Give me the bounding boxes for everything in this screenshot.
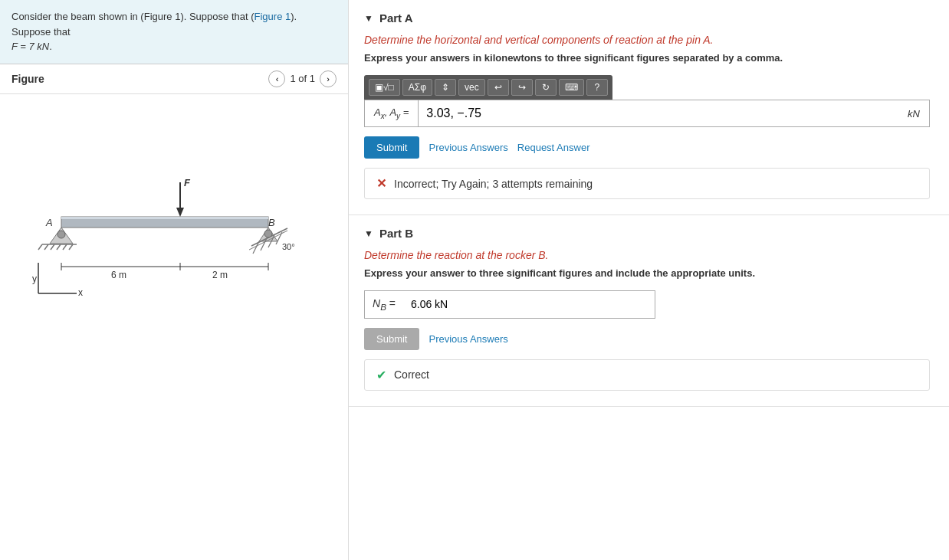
figure-pagination: 1 of 1 <box>290 73 315 84</box>
beam-diagram: y x A B <box>15 110 307 309</box>
toolbar-vec-btn[interactable]: vec <box>458 79 485 96</box>
svg-text:30°: 30° <box>282 242 295 251</box>
part-a-header: ▼ Part A <box>364 11 930 25</box>
toolbar-greek-btn[interactable]: ΑΣφ <box>402 79 432 96</box>
part-a-status-box: ✕ Incorrect; Try Again; 3 attempts remai… <box>364 168 930 199</box>
part-b-status-text: Correct <box>394 368 429 381</box>
part-a-instruction: Express your answers in kilonewtons to t… <box>364 52 930 64</box>
part-b-input-label: NB = <box>365 291 403 318</box>
figure-nav: ‹ 1 of 1 › <box>268 70 337 87</box>
svg-line-14 <box>69 244 73 250</box>
part-a-status-text: Incorrect; Try Again; 3 attempts remaini… <box>394 178 593 190</box>
part-a-label: Part A <box>379 11 413 25</box>
svg-text:F: F <box>184 177 191 188</box>
part-a-previous-answers-link[interactable]: Previous Answers <box>429 142 507 153</box>
svg-line-11 <box>51 244 54 250</box>
part-a-request-answer-link[interactable]: Request Answer <box>517 142 590 153</box>
toolbar-arrows-btn[interactable]: ⇕ <box>435 79 456 96</box>
svg-line-13 <box>63 244 67 250</box>
part-b-description: Determine the reaction at the rocker B. <box>364 249 930 261</box>
problem-statement: Consider the beam shown in (Figure 1). S… <box>0 0 348 64</box>
part-b-header: ▼ Part B <box>364 227 930 240</box>
incorrect-icon: ✕ <box>376 176 386 191</box>
left-panel: Consider the beam shown in (Figure 1). S… <box>0 0 349 560</box>
figure-section: Figure ‹ 1 of 1 › y x A <box>0 64 348 561</box>
toolbar-keyboard-btn[interactable]: ⌨ <box>559 79 584 96</box>
part-a-section: ▼ Part A Determine the horizontal and ve… <box>349 0 949 215</box>
part-a-submit-button[interactable]: Submit <box>364 136 419 159</box>
svg-text:2 m: 2 m <box>212 270 228 280</box>
part-b-previous-answers-link[interactable]: Previous Answers <box>429 333 507 345</box>
svg-text:y: y <box>32 273 37 284</box>
math-toolbar: ▣√□ ΑΣφ ⇕ vec ↩ ↪ ↻ ⌨ ? <box>364 75 612 100</box>
svg-marker-27 <box>176 208 184 217</box>
svg-line-9 <box>38 244 42 250</box>
svg-line-12 <box>57 244 61 250</box>
part-a-unit: kN <box>898 102 929 126</box>
figure-link[interactable]: Figure 1 <box>254 11 291 22</box>
prev-figure-button[interactable]: ‹ <box>268 70 285 87</box>
part-a-input-label: Ax, Ay = <box>365 100 418 126</box>
figure-canvas: y x A B <box>0 94 348 561</box>
right-panel: ▼ Part A Determine the horizontal and ve… <box>349 0 949 560</box>
toolbar-refresh-btn[interactable]: ↻ <box>535 79 557 96</box>
svg-text:x: x <box>78 287 83 298</box>
svg-point-15 <box>57 231 65 238</box>
correct-icon: ✔ <box>376 368 386 382</box>
part-b-status-box: ✔ Correct <box>364 359 930 391</box>
svg-line-10 <box>44 244 48 250</box>
problem-text: Consider the beam shown in (Figure 1). S… <box>11 11 248 22</box>
svg-text:A: A <box>45 217 53 228</box>
part-a-actions: Submit Previous Answers Request Answer <box>364 136 930 159</box>
svg-text:B: B <box>268 217 275 228</box>
svg-text:6 m: 6 m <box>111 270 126 280</box>
toolbar-help-btn[interactable]: ? <box>586 79 608 96</box>
figure-title: Figure <box>11 73 44 85</box>
part-b-input[interactable] <box>403 292 655 316</box>
part-a-input-row: Ax, Ay = kN <box>364 100 930 127</box>
part-a-input[interactable] <box>418 100 898 126</box>
part-b-collapse-arrow[interactable]: ▼ <box>364 228 373 239</box>
part-b-actions: Submit Previous Answers <box>364 328 930 350</box>
toolbar-matrix-btn[interactable]: ▣√□ <box>369 79 400 96</box>
part-a-collapse-arrow[interactable]: ▼ <box>364 13 373 24</box>
part-b-section: ▼ Part B Determine the reaction at the r… <box>349 215 949 407</box>
svg-point-25 <box>264 230 272 237</box>
next-figure-button[interactable]: › <box>320 70 337 87</box>
svg-rect-5 <box>61 217 268 219</box>
part-b-submit-button[interactable]: Submit <box>364 328 419 350</box>
part-b-input-row: NB = <box>364 290 655 319</box>
figure-header: Figure ‹ 1 of 1 › <box>0 64 348 94</box>
part-b-label: Part B <box>379 227 413 240</box>
toolbar-redo-btn[interactable]: ↪ <box>511 79 533 96</box>
part-a-description: Determine the horizontal and vertical co… <box>364 34 930 46</box>
part-b-instruction: Express your answer to three significant… <box>364 267 930 279</box>
problem-variable: F = 7 kN <box>11 41 49 52</box>
toolbar-undo-btn[interactable]: ↩ <box>488 79 509 96</box>
